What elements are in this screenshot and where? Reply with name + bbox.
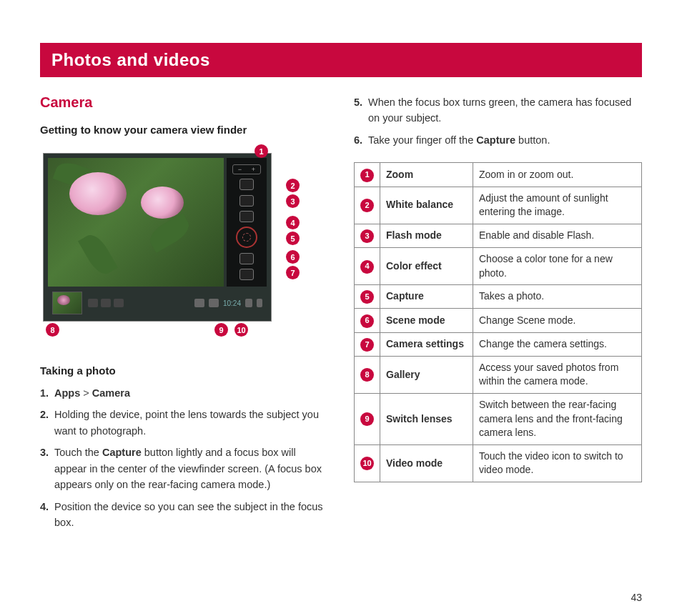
gallery-thumbnail bbox=[52, 292, 82, 314]
table-cell-marker: 5 bbox=[355, 285, 380, 309]
phone-bottom-bar: 10:24 bbox=[48, 287, 267, 317]
reference-table: 1 Zoom Zoom in or zoom out. 2 White bala… bbox=[354, 162, 642, 482]
table-cell-desc: Access your saved photos from within the… bbox=[473, 356, 642, 393]
step-text: Position the device so you can see the s… bbox=[54, 499, 328, 531]
navbar bbox=[88, 299, 124, 307]
table-row: 2 White balance Adjust the amount of sun… bbox=[355, 187, 642, 224]
step-number: 5. bbox=[354, 94, 365, 126]
table-cell-name: Flash mode bbox=[380, 224, 473, 247]
section-heading: Camera bbox=[40, 94, 328, 111]
table-row: 8 Gallery Access your saved photos from … bbox=[355, 356, 642, 393]
table-row: 9 Switch lenses Switch between the rear-… bbox=[355, 393, 642, 444]
table-cell-marker: 3 bbox=[355, 224, 380, 247]
step-text: Apps > Camera bbox=[54, 385, 328, 401]
step-number: 4. bbox=[40, 499, 51, 531]
table-cell-marker: 4 bbox=[355, 248, 380, 285]
table-cell-desc: Change Scene mode. bbox=[473, 309, 642, 332]
table-cell-marker: 9 bbox=[355, 393, 380, 444]
table-cell-marker: 8 bbox=[355, 356, 380, 393]
step-text: When the focus box turns green, the came… bbox=[368, 94, 642, 126]
table-cell-name: Zoom bbox=[380, 163, 473, 187]
table-cell-marker: 7 bbox=[355, 332, 380, 356]
step-row: 5.When the focus box turns green, the ca… bbox=[354, 94, 642, 126]
table-row: 7 Camera settings Change the camera sett… bbox=[355, 332, 642, 356]
callout-marker: 9 bbox=[360, 412, 374, 426]
callout-marker-1: 1 bbox=[254, 144, 268, 158]
table-cell-name: Capture bbox=[380, 285, 473, 309]
steps-left: 1.Apps > Camera2.Holding the device, poi… bbox=[40, 385, 328, 531]
callout-marker-6: 6 bbox=[286, 250, 300, 264]
color-effect-icon bbox=[239, 211, 254, 222]
scene-mode-icon bbox=[239, 253, 254, 264]
step-row: 2.Holding the device, point the lens tow… bbox=[40, 407, 328, 439]
table-cell-name: White balance bbox=[380, 187, 473, 224]
callout-marker-3: 3 bbox=[286, 194, 300, 208]
table-cell-desc: Adjust the amount of sunlight entering t… bbox=[473, 187, 642, 224]
table-row: 1 Zoom Zoom in or zoom out. bbox=[355, 163, 642, 187]
step-text: Holding the device, point the lens towar… bbox=[54, 407, 328, 439]
step-text: Touch the Capture button lightly and a f… bbox=[54, 444, 328, 492]
steps-right: 5.When the focus box turns green, the ca… bbox=[354, 94, 642, 148]
video-mode-icon bbox=[209, 299, 219, 307]
zoom-control: −+ bbox=[232, 164, 261, 174]
sub-heading-viewfinder: Getting to know your camera view finder bbox=[40, 124, 328, 136]
switch-lens-icon bbox=[194, 299, 204, 307]
table-cell-desc: Zoom in or zoom out. bbox=[473, 163, 642, 187]
page-title-bar: Photos and videos bbox=[40, 43, 642, 77]
table-cell-desc: Change the camera settings. bbox=[473, 332, 642, 356]
sub-heading-photo: Taking a photo bbox=[40, 364, 328, 377]
nav-home-icon bbox=[101, 299, 111, 307]
callout-marker: 4 bbox=[360, 260, 374, 274]
callout-marker-4: 4 bbox=[286, 216, 300, 229]
table-cell-name: Video mode bbox=[380, 444, 473, 482]
battery-icon bbox=[257, 299, 262, 307]
table-cell-desc: Switch between the rear-facing camera le… bbox=[473, 393, 642, 444]
nav-recent-icon bbox=[114, 299, 124, 307]
callout-marker: 5 bbox=[360, 290, 374, 304]
callout-marker-8: 8 bbox=[46, 323, 59, 337]
step-text: Take your finger off the Capture button. bbox=[368, 132, 642, 148]
table-cell-marker: 1 bbox=[355, 163, 380, 187]
column-right: 5.When the focus box turns green, the ca… bbox=[354, 94, 642, 542]
reference-table-body: 1 Zoom Zoom in or zoom out. 2 White bala… bbox=[355, 163, 642, 482]
callout-marker: 10 bbox=[360, 457, 374, 470]
step-number: 3. bbox=[40, 444, 51, 492]
statusbar: 10:24 bbox=[194, 299, 262, 307]
callout-marker-7: 7 bbox=[286, 266, 300, 279]
table-cell-marker: 6 bbox=[355, 309, 380, 332]
signal-icon bbox=[245, 299, 252, 307]
table-row: 10 Video mode Touch the video icon to sw… bbox=[355, 444, 642, 482]
callout-marker: 1 bbox=[360, 169, 374, 182]
step-number: 2. bbox=[40, 407, 51, 439]
callout-marker-2: 2 bbox=[286, 179, 300, 192]
callout-marker: 6 bbox=[360, 314, 374, 328]
capture-button-icon bbox=[236, 227, 257, 248]
table-row: 5 Capture Takes a photo. bbox=[355, 285, 642, 309]
callout-marker: 8 bbox=[360, 368, 374, 382]
callout-marker-10: 10 bbox=[234, 323, 248, 337]
viewfinder-image bbox=[48, 158, 224, 287]
table-cell-marker: 10 bbox=[355, 444, 380, 482]
statusbar-time: 10:24 bbox=[223, 299, 241, 307]
step-row: 4.Position the device so you can see the… bbox=[40, 499, 328, 531]
callout-marker-9: 9 bbox=[214, 323, 228, 337]
callout-marker: 2 bbox=[360, 199, 374, 212]
table-cell-name: Gallery bbox=[380, 356, 473, 393]
flower-graphic bbox=[69, 172, 127, 215]
flash-icon bbox=[239, 195, 254, 207]
table-cell-desc: Takes a photo. bbox=[473, 285, 642, 309]
content-columns: Camera Getting to know your camera view … bbox=[40, 94, 642, 542]
table-cell-name: Switch lenses bbox=[380, 393, 473, 444]
callout-marker: 7 bbox=[360, 338, 374, 352]
callout-marker-5: 5 bbox=[286, 232, 300, 245]
camera-controls-panel: −+ bbox=[227, 158, 267, 287]
page-title: Photos and videos bbox=[51, 50, 210, 69]
leaf-graphic bbox=[78, 231, 118, 279]
table-row: 3 Flash mode Enable and disable Flash. bbox=[355, 224, 642, 247]
step-row: 3.Touch the Capture button lightly and a… bbox=[40, 444, 328, 492]
nav-back-icon bbox=[88, 299, 98, 307]
leaf-graphic bbox=[146, 213, 194, 253]
viewfinder-row: −+ bbox=[48, 158, 267, 287]
table-cell-marker: 2 bbox=[355, 187, 380, 224]
table-cell-name: Scene mode bbox=[380, 309, 473, 332]
